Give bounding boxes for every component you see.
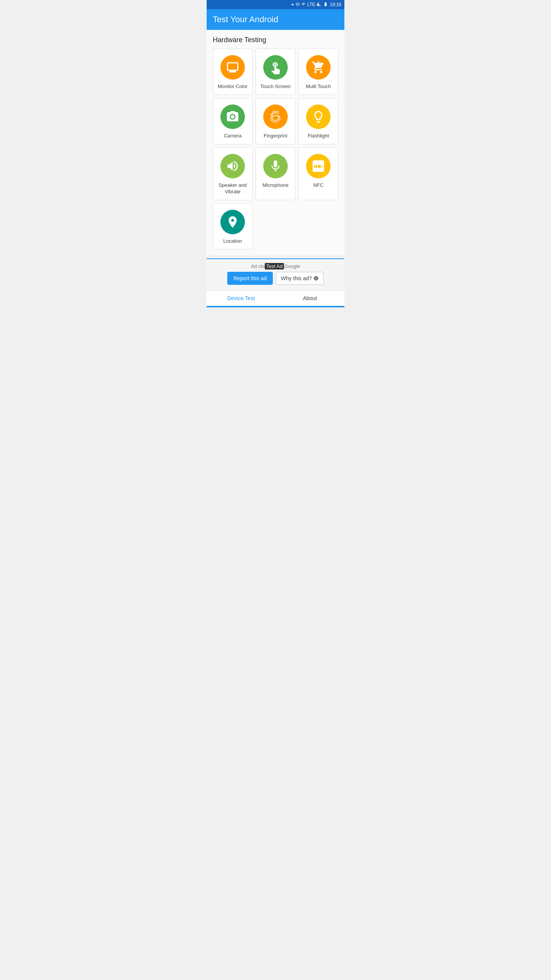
hardware-grid: Monitor Color Touch Screen Multi Touch C… — [213, 49, 338, 200]
report-ad-button[interactable]: Report this ad — [227, 272, 273, 285]
wifi-icon — [301, 2, 306, 7]
nfc-icon — [311, 159, 325, 173]
bluetooth-icon: ✦ — [291, 2, 294, 7]
speaker-icon-circle — [220, 154, 245, 178]
touch-screen-label: Touch Screen — [260, 83, 291, 90]
ad-test-label: Test Ad — [265, 263, 284, 270]
grid-item-flashlight[interactable]: Flashlight — [298, 98, 338, 144]
location-row: Location — [213, 203, 338, 250]
location-label: Location — [223, 238, 242, 245]
grid-item-microphone[interactable]: Microphone — [256, 147, 295, 200]
grid-item-multi-touch[interactable]: Multi Touch — [298, 49, 338, 95]
ad-section: Ad clo Test Ad G oogle Report this ad Wh… — [207, 259, 344, 290]
nfc-icon-circle — [306, 154, 331, 178]
camera-label: Camera — [224, 133, 241, 139]
bottom-indicator — [207, 306, 344, 307]
multi-touch-icon — [311, 60, 325, 74]
location-icon — [226, 215, 240, 229]
monitor-icon — [226, 60, 240, 74]
fingerprint-label: Fingerprint — [264, 133, 287, 139]
camera-icon-circle — [220, 105, 245, 129]
lte-icon: LTE — [307, 2, 315, 7]
nav-device-test[interactable]: Device Test — [207, 291, 276, 306]
status-icons: ✦ LTE 19:16 — [291, 2, 341, 7]
grid-item-fingerprint[interactable]: Fingerprint — [256, 98, 295, 144]
vibrate-icon — [296, 2, 300, 7]
section-title: Hardware Testing — [213, 36, 338, 44]
bottom-navigation: Device Test About — [207, 290, 344, 306]
grid-item-camera[interactable]: Camera — [213, 98, 253, 144]
info-icon — [313, 276, 319, 281]
fingerprint-icon — [269, 110, 282, 124]
microphone-icon-circle — [263, 154, 288, 178]
fingerprint-icon-circle — [263, 105, 288, 129]
ad-buttons: Report this ad Why this ad? — [213, 272, 338, 285]
app-title: Test Your Android — [213, 15, 338, 24]
monitor-color-icon-circle — [220, 55, 245, 80]
nav-about[interactable]: About — [276, 291, 344, 306]
ad-closed-text: Ad clo — [251, 263, 265, 269]
flashlight-label: Flashlight — [308, 133, 329, 139]
speaker-icon — [226, 159, 240, 173]
flashlight-icon-circle — [306, 105, 331, 129]
camera-icon — [226, 110, 240, 124]
speaker-vibrate-label: Speaker and Vibrate — [216, 182, 249, 195]
grid-item-nfc[interactable]: NFC — [298, 147, 338, 200]
microphone-icon — [269, 159, 282, 173]
why-ad-label: Why this ad? — [281, 275, 312, 281]
time-display: 19:16 — [330, 2, 341, 7]
location-icon-circle — [220, 210, 245, 234]
multi-touch-label: Multi Touch — [306, 83, 331, 90]
nfc-label: NFC — [313, 182, 324, 189]
app-bar: Test Your Android — [207, 9, 344, 30]
grid-item-location[interactable]: Location — [213, 203, 253, 250]
monitor-color-label: Monitor Color — [218, 83, 248, 90]
ad-banner: Ad clo Test Ad G oogle — [213, 263, 338, 270]
lightbulb-icon — [311, 110, 325, 124]
grid-item-touch-screen[interactable]: Touch Screen — [256, 49, 295, 95]
touch-screen-icon-circle — [263, 55, 288, 80]
status-bar: ✦ LTE 19:16 — [207, 0, 344, 9]
main-content: Hardware Testing Monitor Color Touch Scr… — [207, 30, 344, 255]
multi-touch-icon-circle — [306, 55, 331, 80]
grid-item-monitor-color[interactable]: Monitor Color — [213, 49, 253, 95]
battery-icon — [323, 2, 328, 7]
microphone-label: Microphone — [262, 182, 289, 189]
ad-google-rest: oogle — [288, 263, 300, 269]
signal-icon — [317, 2, 321, 7]
ad-google-text: G — [284, 263, 288, 269]
touch-icon — [269, 60, 282, 74]
grid-item-speaker-vibrate[interactable]: Speaker and Vibrate — [213, 147, 253, 200]
why-this-ad-button[interactable]: Why this ad? — [276, 272, 324, 285]
